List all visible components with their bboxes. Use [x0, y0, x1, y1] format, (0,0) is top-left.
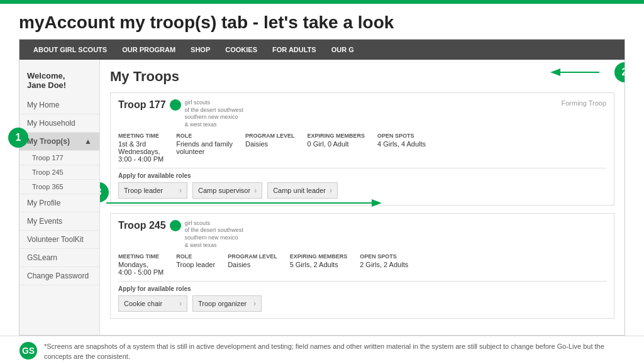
troop-177-name-area: Troop 177 girl scouts of the desert sout… [118, 99, 243, 129]
footer: GS *Screens are snapshots of a system th… [0, 336, 644, 363]
role-btn-camp-unit-leader[interactable]: Camp unit leader › [267, 182, 338, 199]
troop-177-org: girl scouts of the desert southwest sout… [185, 99, 243, 129]
nav-item-about[interactable]: ABOUT GIRL SCOUTS [26, 46, 114, 53]
sidebar-item-gslearn[interactable]: GSLearn [19, 249, 99, 267]
nav-item-adults[interactable]: FOR ADULTS [265, 46, 324, 53]
sidebar-item-password[interactable]: Change Password [19, 267, 99, 285]
main-title: My Troops [110, 69, 614, 85]
troop-245-name-area: Troop 245 girl scouts of the desert sout… [118, 220, 243, 250]
gs-logo-icon-177 [170, 99, 181, 111]
apply-roles-label-245: Apply for available roles [118, 285, 606, 292]
sidebar-item-troops-label: My Troop(s) [27, 137, 70, 146]
sidebar-item-events[interactable]: My Events [19, 212, 99, 231]
role-btn-cookie-chair[interactable]: Cookie chair › [118, 295, 187, 312]
sidebar-item-home[interactable]: My Home [19, 96, 99, 114]
troop-177-meeting-time: Meeting time 1st & 3rd Wednesdays, 3:00 … [118, 133, 164, 163]
screenshot-wrapper: ABOUT GIRL SCOUTS OUR PROGRAM SHOP COOKI… [19, 39, 625, 336]
annotation-badge-2: 2 [614, 62, 625, 82]
chevron-up-icon: ▲ [84, 137, 92, 146]
nav-bar: ABOUT GIRL SCOUTS OUR PROGRAM SHOP COOKI… [19, 40, 625, 60]
troop-245-meeting-time: Meeting time Mondays, 4:00 - 5:00 PM [118, 253, 164, 276]
chevron-right-icon: › [253, 299, 256, 308]
troop-245-org: girl scouts of the desert southwest sout… [185, 220, 243, 250]
troop-177-open: Open spots 4 Girls, 4 Adults [377, 133, 426, 163]
roles-row-177: Troop leader › Camp supervisor › Camp un… [118, 182, 606, 199]
forming-troop-label-177: Forming Troop [561, 99, 606, 107]
svg-text:GS: GS [22, 346, 35, 356]
troop-177-details: Meeting time 1st & 3rd Wednesdays, 3:00 … [118, 133, 606, 163]
troop-245-program: Program level Daisies [228, 253, 277, 276]
divider-177 [118, 168, 606, 168]
sidebar: Welcome, Jane Doe! My Home My Household … [19, 60, 100, 335]
role-btn-label: Troop organizer [198, 300, 247, 307]
role-btn-label: Cookie chair [124, 300, 162, 307]
troop-245-expiring: Expiring members 5 Girls, 2 Adults [290, 253, 348, 276]
role-btn-label: Camp supervisor [198, 187, 250, 194]
nav-item-cookies[interactable]: COOKIES [218, 46, 265, 53]
troop-245-details: Meeting time Mondays, 4:00 - 5:00 PM Rol… [118, 253, 606, 276]
troop-177-header: Troop 177 girl scouts of the desert sout… [118, 99, 606, 129]
sidebar-item-toolkit[interactable]: Volunteer ToolKit [19, 231, 99, 249]
chevron-right-icon: › [330, 186, 332, 195]
chevron-right-icon: › [179, 186, 182, 195]
annotation-badge-3: 3 [100, 182, 109, 202]
divider-245 [118, 281, 606, 282]
sidebar-item-household[interactable]: My Household [19, 114, 99, 133]
troop-245-role: Role Troop leader [176, 253, 215, 276]
troop-177-name: Troop 177 [118, 99, 166, 111]
troop-card-245: Troop 245 girl scouts of the desert sout… [110, 213, 614, 319]
nav-item-program[interactable]: OUR PROGRAM [114, 46, 183, 53]
role-btn-troop-organizer[interactable]: Troop organizer › [192, 295, 262, 312]
troop-177-expiring: Expiring members 0 Girl, 0 Adult [308, 133, 365, 163]
role-btn-label: Troop leader [124, 187, 163, 194]
gs-footer-icon: GS [19, 341, 38, 360]
troop-177-program: Program level Daisies [245, 133, 295, 163]
slide-title: myAccount my troop(s) tab - let's take a… [0, 4, 644, 39]
nav-item-our[interactable]: OUR G [324, 46, 362, 53]
troop-245-open: Open spots 2 Girls, 2 Adults [360, 253, 408, 276]
troop-245-name: Troop 245 [118, 220, 166, 231]
footer-disclaimer: *Screens are snapshots of a system that … [44, 341, 625, 362]
sidebar-item-profile[interactable]: My Profile [19, 194, 99, 212]
chevron-right-icon: › [254, 186, 257, 195]
troop-177-role: Role Friends and family volunteer [176, 133, 233, 163]
sidebar-item-troops[interactable]: My Troop(s) ▲ [19, 133, 99, 151]
sidebar-sub-troop245[interactable]: Troop 245 [19, 165, 99, 180]
sidebar-sub-troop177[interactable]: Troop 177 [19, 151, 99, 165]
troop-card-177: Troop 177 girl scouts of the desert sout… [110, 92, 614, 206]
sidebar-sub-troop365[interactable]: Troop 365 [19, 180, 99, 194]
main-content: 2 3 My Troops Troop 177 gir [100, 60, 625, 335]
chevron-right-icon: › [179, 299, 182, 308]
role-btn-label: Camp unit leader [273, 187, 326, 194]
main-area: 1 Welcome, Jane Doe! My Home My Househol… [19, 60, 625, 335]
annotation-badge-1: 1 [8, 128, 28, 148]
nav-item-shop[interactable]: SHOP [183, 46, 218, 53]
roles-row-245: Cookie chair › Troop organizer › [118, 295, 606, 312]
sidebar-welcome: Welcome, Jane Doe! [19, 66, 99, 96]
role-btn-troop-leader-177[interactable]: Troop leader › [118, 182, 187, 199]
gs-logo-icon-245 [170, 220, 181, 231]
role-btn-camp-supervisor[interactable]: Camp supervisor › [192, 182, 262, 199]
apply-roles-label-177: Apply for available roles [118, 172, 606, 179]
troop-245-header: Troop 245 girl scouts of the desert sout… [118, 220, 606, 250]
